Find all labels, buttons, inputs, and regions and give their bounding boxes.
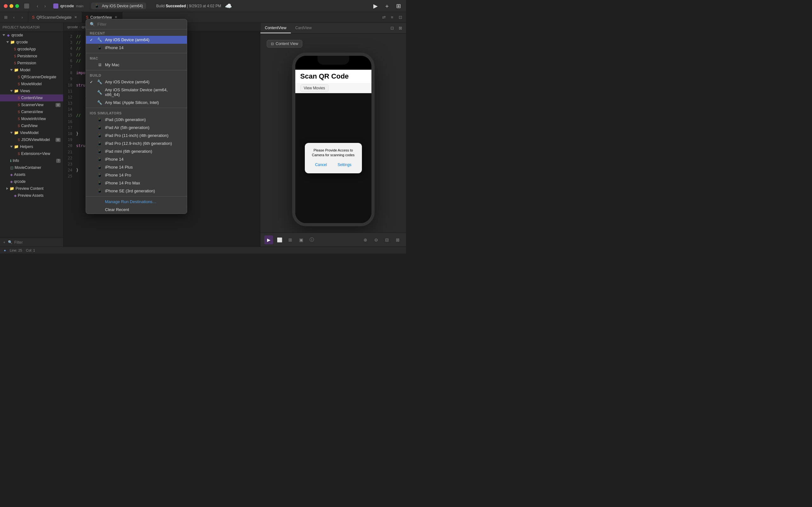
breadcrumb-qrcode[interactable]: qrcode [67, 25, 78, 29]
zoom-in-btn[interactable]: ⊕ [361, 235, 370, 244]
view-movies-button[interactable]: View Movies [300, 84, 328, 92]
device-selector[interactable]: 📱 Any iOS Device (arm64) [91, 3, 146, 9]
dropdown-item-iphonese[interactable]: 📱 iPhone SE (3rd generation) [86, 187, 187, 195]
assets-icon: ◈ [10, 173, 13, 177]
tab-prev[interactable]: ‹ [11, 14, 17, 20]
dropdown-filter-input[interactable] [97, 22, 183, 26]
sidebar-item-jsonviewmodel[interactable]: S JSONViewModel M [0, 136, 63, 143]
minimize-btn[interactable] [9, 4, 13, 8]
dropdown-item-any-ios-recent[interactable]: ✓ 🔧 Any iOS Device (arm64) [86, 36, 187, 44]
dropdown-item-mymac[interactable]: 🖥 My Mac [86, 61, 187, 69]
sidebar-item-qrscanner-delegate[interactable]: S QRScannerDelegate [0, 73, 63, 80]
dropdown-item-iphone14pro[interactable]: 📱 iPhone 14 Pro [86, 171, 187, 179]
dropdown-item-iphone14promax[interactable]: 📱 iPhone 14 Pro Max [86, 179, 187, 187]
sidebar-item-assets[interactable]: ◈ Assets [0, 171, 63, 178]
maximize-btn[interactable] [15, 4, 19, 8]
folder-icon: 📁 [14, 89, 19, 93]
dropdown-item-label: iPhone 14 Pro [105, 173, 131, 177]
split-editor-btn[interactable]: ⇄ [380, 14, 387, 20]
sidebar-item-preview-content[interactable]: 📁 Preview Content [0, 185, 63, 192]
sidebar-item-qrcode-project[interactable]: ◆ qrcode [0, 32, 63, 39]
dropdown-divider-3 [86, 108, 187, 108]
nav-forward[interactable]: › [42, 3, 48, 9]
close-btn[interactable] [4, 4, 8, 8]
sidebar-item-qrcode-file[interactable]: ◈ qrcode [0, 178, 63, 185]
git-indicator: ● [4, 248, 6, 252]
dropdown-item-any-mac[interactable]: 🔧 Any Mac (Apple Silicon, Intel) [86, 99, 187, 107]
sidebar-item-helpers[interactable]: 📁 Helpers [0, 143, 63, 150]
sidebar-item-persistence[interactable]: S Persistence [0, 53, 63, 60]
grid-btn[interactable]: ⊞ [286, 235, 295, 244]
sidebar-filter-input[interactable] [14, 240, 62, 245]
breadcrumb-sep1: › [79, 25, 81, 29]
sidebar-title: PROJECT NAVIGATOR [3, 25, 40, 29]
sidebar-item-label: qrcode [16, 40, 28, 44]
sidebar-item-label: CameraView [21, 110, 43, 114]
sidebar-item-qrcodeapp[interactable]: S qrcodeApp [0, 46, 63, 53]
editor-options[interactable]: ≡ [389, 14, 395, 20]
tab-next[interactable]: › [19, 14, 26, 20]
phone-dialog-settings[interactable]: Settings [335, 161, 354, 168]
sidebar-item-cameraview[interactable]: S CameraView [0, 108, 63, 115]
sidebar-item-moviemodel[interactable]: S MovieModel [0, 80, 63, 88]
dropdown-item-iphone14plus[interactable]: 📱 iPhone 14 Plus [86, 163, 187, 171]
add-tab-button[interactable]: ＋ [383, 2, 391, 10]
tab-cardview-preview[interactable]: CardView [291, 23, 316, 33]
sidebar-item-preview-assets[interactable]: ◈ Preview Assets [0, 192, 63, 199]
zoom-out-btn[interactable]: ⊖ [372, 235, 380, 244]
sidebar-item-cardview[interactable]: S CardView [0, 122, 63, 129]
sidebar-item-scannerview[interactable]: S ScannerView M [0, 101, 63, 108]
nav-back[interactable]: ‹ [34, 3, 41, 9]
zoom-reset-btn[interactable]: ⊠ [393, 235, 402, 244]
swift-file-icon: S [18, 103, 20, 107]
sidebar-item-permission[interactable]: S Permission [0, 60, 63, 66]
dropdown-item-label: iPad Pro (11-inch) (4th generation) [105, 133, 168, 138]
sidebar-item-moviecontainer[interactable]: ◫ MovieContainer [0, 164, 63, 171]
sidebar-item-contentview[interactable]: S ContentView [0, 95, 63, 101]
dropdown-item-clear[interactable]: Clear Recent [86, 206, 187, 214]
dropdown-item-any-ios-build[interactable]: ✓ 🔧 Any iOS Device (arm64) [86, 78, 187, 86]
zoom-fit-btn[interactable]: ⊟ [383, 235, 392, 244]
dropdown-item-ipad-pro-11[interactable]: 📱 iPad Pro (11-inch) (4th generation) [86, 131, 187, 139]
sidebar-item-label: qrcode [14, 179, 26, 184]
content-view-icon: ⊡ [271, 42, 274, 46]
tabbar: ⊞ ‹ › S QRScannerDelegate ✕ S ContentVie… [0, 12, 406, 23]
layout-button[interactable]: ⊞ [395, 2, 402, 10]
sidebar-item-label: JSONViewModel [21, 137, 50, 142]
device-icon: 📱 [94, 3, 99, 8]
sidebar-item-movieinfoview[interactable]: S MovieInfoView [0, 115, 63, 122]
preview-options[interactable]: ⊡ [389, 25, 395, 32]
tab-contentview-preview[interactable]: ContentView [260, 23, 291, 33]
sidebar-toggle[interactable] [24, 3, 29, 9]
editor-right-controls: ⇄ ≡ ⊡ [378, 12, 406, 22]
canvas-btn[interactable]: ⊡ [397, 14, 403, 20]
device-btn[interactable]: ▣ [297, 235, 305, 244]
dropdown-item-iphone14[interactable]: 📱 iPhone 14 [86, 155, 187, 163]
sidebar-item-qrcode-folder[interactable]: 📁 qrcode [0, 39, 63, 46]
sidebar-item-extensions[interactable]: S Extensions+View [0, 150, 63, 157]
dropdown-item-ipad-pro-12[interactable]: 📱 iPad Pro (12.9-inch) (6th generation) [86, 139, 187, 147]
sidebar-item-views[interactable]: 📁 Views [0, 88, 63, 95]
content-view-button[interactable]: ⊡ Content View [267, 40, 302, 48]
dropdown-item-manage[interactable]: Manage Run Destinations… [86, 198, 187, 206]
sidebar-item-viewmodel[interactable]: 📁 ViewModel [0, 129, 63, 136]
tab-qrscanner[interactable]: S QRScannerDelegate ✕ [28, 12, 82, 22]
dropdown-item-any-simulator[interactable]: 🔧 Any iOS Simulator Device (arm64, x86_6… [86, 86, 187, 99]
phone-dialog-cancel[interactable]: Cancel [312, 161, 329, 168]
dropdown-item-iphone14-recent[interactable]: 📱 iPhone 14 [86, 44, 187, 52]
sidebar-item-model[interactable]: 📁 Model [0, 66, 63, 73]
sidebar-item-label: ScannerView [21, 103, 44, 107]
dropdown-item-ipad-10[interactable]: 📱 iPad (10th generation) [86, 116, 187, 124]
tab-grid-icon[interactable]: ⊞ [3, 14, 9, 20]
sidebar-item-info[interactable]: ℹ Info ? [0, 157, 63, 164]
inspector-btn[interactable]: ⬜ [275, 235, 284, 244]
info-btn[interactable]: ⓘ [307, 235, 316, 244]
tab-close-qrscanner[interactable]: ✕ [73, 15, 78, 20]
preview-expand[interactable]: ⊠ [397, 25, 403, 32]
dropdown-item-ipad-mini[interactable]: 📱 iPad mini (6th generation) [86, 147, 187, 155]
swift-file-icon: S [18, 82, 20, 86]
play-preview-btn[interactable]: ▶ [264, 235, 273, 244]
run-button[interactable]: ▶ [372, 2, 379, 10]
sidebar-item-label: Assets [14, 172, 26, 177]
dropdown-item-ipad-air-5[interactable]: 📱 iPad Air (5th generation) [86, 124, 187, 131]
